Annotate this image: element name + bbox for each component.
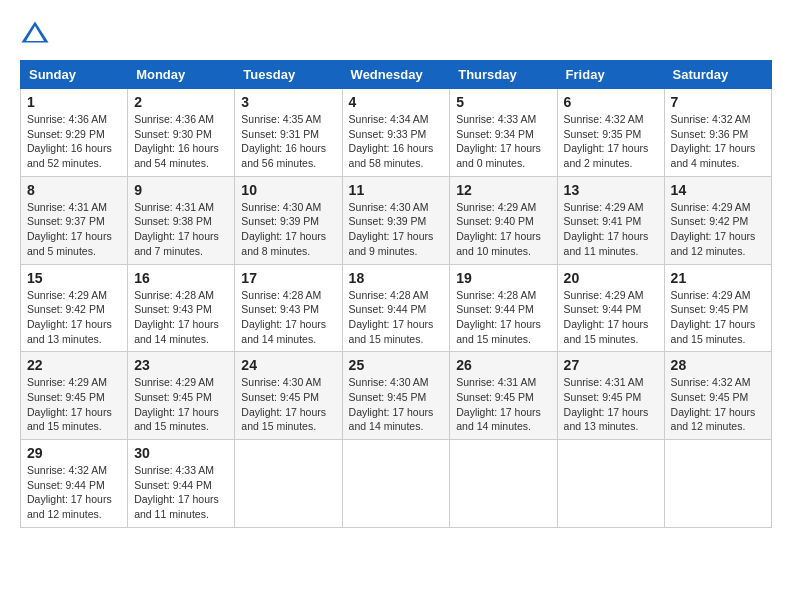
day-info: Sunrise: 4:29 AM Sunset: 9:45 PM Dayligh… xyxy=(671,288,765,347)
calendar-cell: 27Sunrise: 4:31 AM Sunset: 9:45 PM Dayli… xyxy=(557,352,664,440)
day-number: 1 xyxy=(27,94,121,110)
weekday-header: Wednesday xyxy=(342,61,450,89)
calendar-cell xyxy=(664,440,771,528)
day-number: 12 xyxy=(456,182,550,198)
day-number: 21 xyxy=(671,270,765,286)
calendar-cell: 2Sunrise: 4:36 AM Sunset: 9:30 PM Daylig… xyxy=(128,89,235,177)
day-number: 14 xyxy=(671,182,765,198)
day-number: 17 xyxy=(241,270,335,286)
day-info: Sunrise: 4:32 AM Sunset: 9:45 PM Dayligh… xyxy=(671,375,765,434)
day-info: Sunrise: 4:30 AM Sunset: 9:45 PM Dayligh… xyxy=(241,375,335,434)
day-number: 6 xyxy=(564,94,658,110)
day-number: 30 xyxy=(134,445,228,461)
calendar-cell: 8Sunrise: 4:31 AM Sunset: 9:37 PM Daylig… xyxy=(21,176,128,264)
day-info: Sunrise: 4:33 AM Sunset: 9:44 PM Dayligh… xyxy=(134,463,228,522)
calendar-cell xyxy=(557,440,664,528)
day-info: Sunrise: 4:34 AM Sunset: 9:33 PM Dayligh… xyxy=(349,112,444,171)
day-number: 20 xyxy=(564,270,658,286)
calendar-cell: 15Sunrise: 4:29 AM Sunset: 9:42 PM Dayli… xyxy=(21,264,128,352)
calendar-week-row: 29Sunrise: 4:32 AM Sunset: 9:44 PM Dayli… xyxy=(21,440,772,528)
day-info: Sunrise: 4:35 AM Sunset: 9:31 PM Dayligh… xyxy=(241,112,335,171)
weekday-header: Sunday xyxy=(21,61,128,89)
calendar-cell: 5Sunrise: 4:33 AM Sunset: 9:34 PM Daylig… xyxy=(450,89,557,177)
day-number: 28 xyxy=(671,357,765,373)
day-info: Sunrise: 4:28 AM Sunset: 9:44 PM Dayligh… xyxy=(456,288,550,347)
day-info: Sunrise: 4:36 AM Sunset: 9:30 PM Dayligh… xyxy=(134,112,228,171)
calendar-cell: 13Sunrise: 4:29 AM Sunset: 9:41 PM Dayli… xyxy=(557,176,664,264)
day-info: Sunrise: 4:28 AM Sunset: 9:43 PM Dayligh… xyxy=(134,288,228,347)
day-number: 24 xyxy=(241,357,335,373)
day-number: 7 xyxy=(671,94,765,110)
calendar-cell: 18Sunrise: 4:28 AM Sunset: 9:44 PM Dayli… xyxy=(342,264,450,352)
logo xyxy=(20,20,54,50)
calendar-cell: 29Sunrise: 4:32 AM Sunset: 9:44 PM Dayli… xyxy=(21,440,128,528)
calendar-cell: 28Sunrise: 4:32 AM Sunset: 9:45 PM Dayli… xyxy=(664,352,771,440)
day-info: Sunrise: 4:30 AM Sunset: 9:39 PM Dayligh… xyxy=(241,200,335,259)
calendar-cell: 14Sunrise: 4:29 AM Sunset: 9:42 PM Dayli… xyxy=(664,176,771,264)
day-number: 4 xyxy=(349,94,444,110)
day-info: Sunrise: 4:29 AM Sunset: 9:44 PM Dayligh… xyxy=(564,288,658,347)
calendar-cell: 30Sunrise: 4:33 AM Sunset: 9:44 PM Dayli… xyxy=(128,440,235,528)
day-number: 3 xyxy=(241,94,335,110)
day-info: Sunrise: 4:33 AM Sunset: 9:34 PM Dayligh… xyxy=(456,112,550,171)
day-info: Sunrise: 4:31 AM Sunset: 9:45 PM Dayligh… xyxy=(456,375,550,434)
calendar-cell: 7Sunrise: 4:32 AM Sunset: 9:36 PM Daylig… xyxy=(664,89,771,177)
day-info: Sunrise: 4:30 AM Sunset: 9:45 PM Dayligh… xyxy=(349,375,444,434)
calendar-cell: 1Sunrise: 4:36 AM Sunset: 9:29 PM Daylig… xyxy=(21,89,128,177)
day-number: 16 xyxy=(134,270,228,286)
calendar-cell: 3Sunrise: 4:35 AM Sunset: 9:31 PM Daylig… xyxy=(235,89,342,177)
day-number: 25 xyxy=(349,357,444,373)
calendar-week-row: 8Sunrise: 4:31 AM Sunset: 9:37 PM Daylig… xyxy=(21,176,772,264)
day-number: 9 xyxy=(134,182,228,198)
weekday-header: Thursday xyxy=(450,61,557,89)
calendar-cell: 20Sunrise: 4:29 AM Sunset: 9:44 PM Dayli… xyxy=(557,264,664,352)
day-number: 18 xyxy=(349,270,444,286)
calendar-table: SundayMondayTuesdayWednesdayThursdayFrid… xyxy=(20,60,772,528)
day-info: Sunrise: 4:36 AM Sunset: 9:29 PM Dayligh… xyxy=(27,112,121,171)
calendar-cell: 10Sunrise: 4:30 AM Sunset: 9:39 PM Dayli… xyxy=(235,176,342,264)
day-number: 10 xyxy=(241,182,335,198)
day-number: 29 xyxy=(27,445,121,461)
calendar-cell: 24Sunrise: 4:30 AM Sunset: 9:45 PM Dayli… xyxy=(235,352,342,440)
day-info: Sunrise: 4:32 AM Sunset: 9:44 PM Dayligh… xyxy=(27,463,121,522)
day-info: Sunrise: 4:28 AM Sunset: 9:43 PM Dayligh… xyxy=(241,288,335,347)
logo-icon xyxy=(20,20,50,50)
calendar-cell: 4Sunrise: 4:34 AM Sunset: 9:33 PM Daylig… xyxy=(342,89,450,177)
day-info: Sunrise: 4:29 AM Sunset: 9:40 PM Dayligh… xyxy=(456,200,550,259)
day-info: Sunrise: 4:29 AM Sunset: 9:45 PM Dayligh… xyxy=(134,375,228,434)
weekday-header: Tuesday xyxy=(235,61,342,89)
calendar-week-row: 15Sunrise: 4:29 AM Sunset: 9:42 PM Dayli… xyxy=(21,264,772,352)
page-header xyxy=(20,20,772,50)
day-number: 2 xyxy=(134,94,228,110)
day-number: 5 xyxy=(456,94,550,110)
calendar-cell: 6Sunrise: 4:32 AM Sunset: 9:35 PM Daylig… xyxy=(557,89,664,177)
day-info: Sunrise: 4:31 AM Sunset: 9:38 PM Dayligh… xyxy=(134,200,228,259)
day-number: 27 xyxy=(564,357,658,373)
calendar-cell: 12Sunrise: 4:29 AM Sunset: 9:40 PM Dayli… xyxy=(450,176,557,264)
day-number: 23 xyxy=(134,357,228,373)
day-number: 15 xyxy=(27,270,121,286)
calendar-cell: 25Sunrise: 4:30 AM Sunset: 9:45 PM Dayli… xyxy=(342,352,450,440)
day-number: 22 xyxy=(27,357,121,373)
calendar-cell: 19Sunrise: 4:28 AM Sunset: 9:44 PM Dayli… xyxy=(450,264,557,352)
calendar-cell: 16Sunrise: 4:28 AM Sunset: 9:43 PM Dayli… xyxy=(128,264,235,352)
calendar-cell xyxy=(235,440,342,528)
day-number: 26 xyxy=(456,357,550,373)
weekday-header: Monday xyxy=(128,61,235,89)
calendar-cell: 11Sunrise: 4:30 AM Sunset: 9:39 PM Dayli… xyxy=(342,176,450,264)
day-number: 8 xyxy=(27,182,121,198)
day-info: Sunrise: 4:29 AM Sunset: 9:45 PM Dayligh… xyxy=(27,375,121,434)
calendar-header-row: SundayMondayTuesdayWednesdayThursdayFrid… xyxy=(21,61,772,89)
weekday-header: Friday xyxy=(557,61,664,89)
calendar-week-row: 1Sunrise: 4:36 AM Sunset: 9:29 PM Daylig… xyxy=(21,89,772,177)
calendar-cell: 26Sunrise: 4:31 AM Sunset: 9:45 PM Dayli… xyxy=(450,352,557,440)
day-number: 13 xyxy=(564,182,658,198)
day-info: Sunrise: 4:29 AM Sunset: 9:41 PM Dayligh… xyxy=(564,200,658,259)
calendar-cell xyxy=(342,440,450,528)
day-number: 19 xyxy=(456,270,550,286)
day-info: Sunrise: 4:32 AM Sunset: 9:36 PM Dayligh… xyxy=(671,112,765,171)
day-number: 11 xyxy=(349,182,444,198)
day-info: Sunrise: 4:29 AM Sunset: 9:42 PM Dayligh… xyxy=(671,200,765,259)
day-info: Sunrise: 4:28 AM Sunset: 9:44 PM Dayligh… xyxy=(349,288,444,347)
weekday-header: Saturday xyxy=(664,61,771,89)
